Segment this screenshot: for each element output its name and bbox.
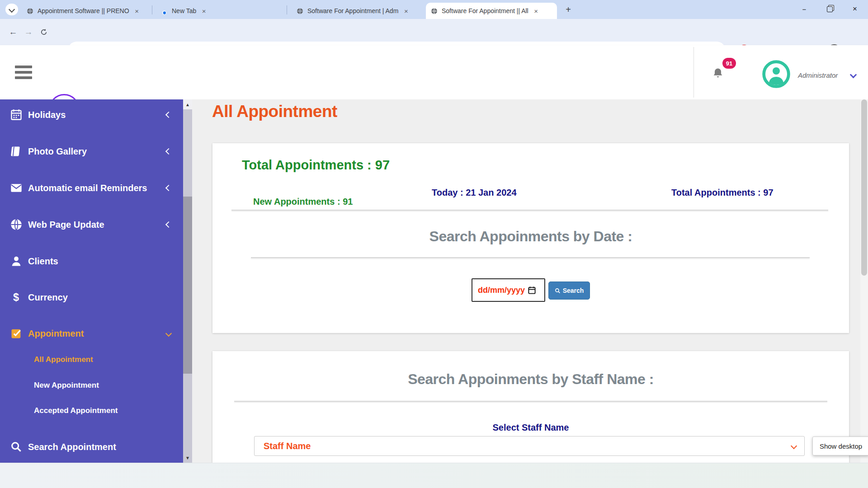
browser-toolbar: ← → prenotasoft.com/en/admin/all-appoint… <box>0 19 868 45</box>
restore-icon <box>827 6 833 12</box>
calendar-icon <box>10 108 23 121</box>
sidebar-item-label: Holidays <box>28 110 66 120</box>
sidebar-item-label: Accepted Appointment <box>34 406 118 415</box>
notification-bell-icon[interactable] <box>710 65 726 81</box>
show-desktop-tooltip: Show desktop <box>812 436 868 455</box>
date-search-heading: Search Appoinments by Date : <box>212 228 849 245</box>
divider <box>251 257 810 258</box>
sidebar-item-label: Clients <box>28 256 58 267</box>
chevron-left-icon <box>165 221 172 228</box>
staff-search-card: Search Appoinments by Staff Name : Selec… <box>212 351 849 463</box>
header-divider <box>693 47 694 98</box>
sidebar-item-photo-gallery[interactable]: Photo Gallery <box>0 140 181 163</box>
sidebar-item-label: Web Page Update <box>28 220 104 230</box>
page-scrollbar-thumb[interactable] <box>861 99 867 276</box>
chevron-left-icon <box>165 112 172 118</box>
reload-icon <box>40 28 48 36</box>
window-minimize-button[interactable]: − <box>794 0 815 18</box>
tab-divider <box>152 5 152 14</box>
tab-close-icon[interactable]: × <box>133 7 141 15</box>
sidebar-item-label: Photo Gallery <box>28 146 87 157</box>
tab-2[interactable]: New Tab × <box>156 3 288 19</box>
user-role-label[interactable]: Administrator <box>798 71 838 79</box>
scroll-up-arrow[interactable]: ▲ <box>183 99 192 109</box>
search-button-label: Search <box>563 287 584 294</box>
tab-close-icon[interactable]: × <box>532 7 540 15</box>
sidebar-item-label: Currency <box>28 292 68 303</box>
date-search-card: Total Appointments : 97 New Appointments… <box>212 143 849 333</box>
scroll-down-arrow[interactable]: ▼ <box>183 453 192 463</box>
envelope-icon <box>10 182 23 194</box>
select-staff-label: Select Staff Name <box>212 422 849 433</box>
sidebar-item-all-appointment[interactable]: All Appointment <box>0 348 181 371</box>
chevron-down-icon <box>791 443 797 449</box>
new-appointments-stat: New Appointments : 91 <box>253 197 353 207</box>
staff-name-select[interactable]: Staff Name <box>254 436 805 456</box>
total-appointments-heading: Total Appointments : 97 <box>242 158 390 173</box>
sidebar-nav: Holidays Photo Gallery Automatic email R… <box>0 99 192 463</box>
tab-close-icon[interactable]: × <box>200 7 208 15</box>
date-input[interactable] <box>472 278 545 302</box>
book-icon <box>10 145 23 158</box>
checkbox-icon <box>10 327 23 340</box>
search-button[interactable]: Search <box>548 282 590 300</box>
sidebar-item-web-page-update[interactable]: Web Page Update <box>0 213 181 236</box>
page-scrollbar[interactable] <box>860 99 868 463</box>
sidebar-item-appointment[interactable]: Appointment <box>0 322 181 345</box>
new-tab-button[interactable]: + <box>562 3 575 16</box>
chevron-left-icon <box>165 148 172 155</box>
person-icon <box>10 255 23 267</box>
tab-search-caret-button[interactable] <box>5 4 18 15</box>
dollar-icon: $ <box>10 291 23 304</box>
divider <box>234 401 827 402</box>
sidebar-item-label: Search Appointment <box>28 442 116 452</box>
divider <box>231 210 828 211</box>
notification-count-badge: 91 <box>722 58 736 69</box>
browser-tab-strip: Appointment Software || PRENO × New Tab … <box>0 0 868 19</box>
sidebar-item-label: New Appointment <box>34 381 99 390</box>
tab-3[interactable]: Software For Appointment | Adm × <box>292 3 424 19</box>
back-button[interactable]: ← <box>5 24 21 40</box>
sidebar-item-accepted-appointment[interactable]: Accepted Appointment <box>0 399 181 422</box>
hamburger-menu-icon[interactable] <box>14 63 33 81</box>
avatar[interactable] <box>762 60 790 88</box>
sidebar-item-search-appointment[interactable]: Search Appointment <box>0 435 181 459</box>
forward-button[interactable]: → <box>21 24 36 40</box>
chevron-down-icon <box>9 6 15 13</box>
app-header: PrenotaSoft ® Software for Appointment A… <box>0 45 868 99</box>
today-date-stat: Today : 21 Jan 2024 <box>432 188 517 198</box>
tab-title: Appointment Software || PRENO <box>38 7 129 14</box>
tab-title: Software For Appointment | Adm <box>307 7 398 14</box>
sidebar-item-currency[interactable]: $ Currency <box>0 286 181 309</box>
sidebar-item-clients[interactable]: Clients <box>0 249 181 273</box>
tab-divider <box>287 5 287 14</box>
tab-4-active[interactable]: Software For Appointment || All × <box>426 3 557 19</box>
sidebar-item-holidays[interactable]: Holidays <box>0 103 181 127</box>
window-close-button[interactable]: × <box>844 0 865 18</box>
sidebar-item-new-appointment[interactable]: New Appointment <box>0 374 181 397</box>
sidebar-scrollbar[interactable]: ▲ ▼ <box>183 99 192 463</box>
globe-icon <box>10 218 23 231</box>
chevron-down-icon[interactable] <box>850 71 857 79</box>
staff-search-heading: Search Appoinments by Staff Name : <box>212 371 849 388</box>
chevron-left-icon <box>165 185 172 191</box>
scrollbar-thumb[interactable] <box>183 197 192 374</box>
search-icon <box>555 288 561 294</box>
reload-button[interactable] <box>36 24 52 40</box>
sidebar-item-label: Automatic email Reminders <box>28 183 147 193</box>
globe-icon <box>430 7 438 15</box>
sidebar-item-email-reminders[interactable]: Automatic email Reminders <box>0 176 181 200</box>
window-restore-button[interactable] <box>819 0 840 18</box>
page-title: All Appointment <box>212 102 337 121</box>
globe-icon <box>26 7 34 15</box>
date-field[interactable] <box>477 285 528 296</box>
search-icon <box>10 441 23 453</box>
selected-staff-value: Staff Name <box>264 441 311 451</box>
svg-text:$: $ <box>13 291 19 303</box>
sidebar-item-label: Appointment <box>28 328 84 339</box>
globe-icon <box>296 7 304 15</box>
tab-1[interactable]: Appointment Software || PRENO × <box>22 3 153 19</box>
tab-close-icon[interactable]: × <box>402 7 410 15</box>
main-content: All Appointment Total Appointments : 97 … <box>192 99 868 463</box>
calendar-picker-icon[interactable] <box>528 286 536 295</box>
